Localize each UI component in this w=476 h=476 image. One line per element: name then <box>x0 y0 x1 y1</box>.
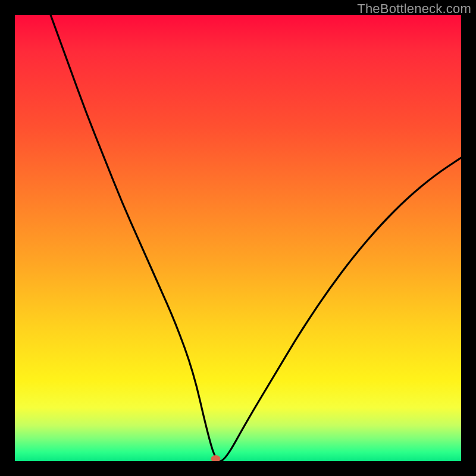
plot-area <box>15 15 461 461</box>
chart-frame: TheBottleneck.com <box>0 0 476 476</box>
curve-svg <box>15 15 461 461</box>
marker-dot <box>211 455 221 461</box>
bottleneck-curve-path <box>51 15 461 461</box>
